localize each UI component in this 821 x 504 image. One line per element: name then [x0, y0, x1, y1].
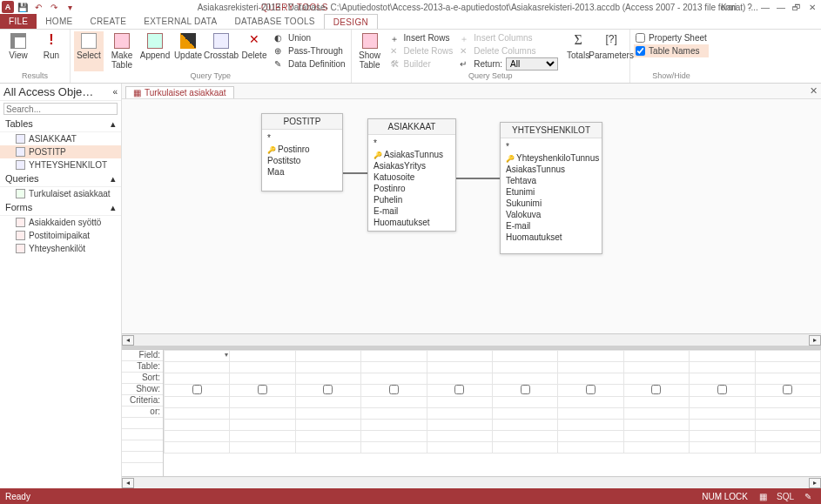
field-list-title[interactable]: YHTEYSHENKILOT: [501, 123, 602, 138]
nav-group-queries[interactable]: Queries▴: [0, 171, 121, 187]
builder-button[interactable]: 🛠Builder: [388, 57, 455, 71]
field-item[interactable]: YhteyshenkiloTunnus: [506, 152, 596, 164]
show-checkbox[interactable]: [192, 385, 202, 394]
field-item[interactable]: E-mail: [373, 205, 450, 217]
restore-icon[interactable]: 🗗: [790, 1, 804, 13]
field-item[interactable]: AsiakasYritys: [373, 160, 450, 171]
field-item[interactable]: Maa: [267, 166, 337, 178]
nav-group-tables[interactable]: Tables▴: [0, 117, 121, 132]
main-area: All Access Obje… « Tables▴ ASIAKKAAT POS…: [0, 84, 821, 488]
tab-design[interactable]: DESIGN: [324, 14, 378, 29]
document-tab[interactable]: ▦Turkulaiset asiakkaat: [125, 86, 234, 98]
field-item[interactable]: E-mail: [506, 220, 596, 232]
document-close-icon[interactable]: ✕: [810, 85, 818, 97]
help-icon[interactable]: ?: [743, 1, 757, 13]
navigation-pane: All Access Obje… « Tables▴ ASIAKKAAT POS…: [0, 84, 122, 488]
tab-create[interactable]: CREATE: [82, 14, 136, 29]
tab-file[interactable]: FILE: [0, 14, 37, 29]
datadef-button[interactable]: ✎Data Definition: [273, 57, 347, 71]
qbe-grid[interactable]: Field: Table: Sort: Show: Criteria: or:: [122, 349, 821, 476]
field-item[interactable]: Sukunimi: [506, 198, 596, 209]
tab-database-tools[interactable]: DATABASE TOOLS: [225, 14, 323, 29]
insert-columns-button[interactable]: ＋Insert Columns: [458, 31, 560, 44]
nav-form-yhteyshenkilot[interactable]: Yhteyshenkilöt: [0, 242, 121, 255]
field-item[interactable]: Postitsto: [267, 155, 337, 166]
select-button[interactable]: Select: [74, 31, 104, 71]
field-list-yhteyshenkilot[interactable]: YHTEYSHENKILOT*YhteyshenkiloTunnusAsiaka…: [500, 122, 602, 254]
design-hscroll[interactable]: ◂▸: [122, 333, 821, 346]
field-item[interactable]: Etunimi: [506, 186, 596, 198]
show-table-icon: [362, 33, 378, 49]
delete-columns-button[interactable]: ✕Delete Columns: [458, 44, 560, 57]
update-button[interactable]: Update: [173, 31, 203, 71]
nav-table-yhteyshenkilot[interactable]: YHTEYSHENKILOT: [0, 158, 121, 171]
field-list-postitp[interactable]: POSTITP*PostinroPostitstoMaa: [261, 113, 343, 192]
nav-table-postitp[interactable]: POSTITP: [0, 145, 121, 158]
field-item[interactable]: *: [373, 138, 450, 149]
return-select[interactable]: All: [506, 57, 558, 71]
field-item[interactable]: *: [267, 132, 337, 144]
field-item[interactable]: Postinro: [267, 144, 337, 155]
field-item[interactable]: AsiakasTunnus: [373, 149, 450, 160]
delete-button[interactable]: ✕Delete: [239, 31, 269, 71]
field-item[interactable]: AsiakasTunnus: [506, 164, 596, 175]
scroll-right-icon[interactable]: ▸: [809, 335, 821, 346]
field-item[interactable]: Postinro: [373, 183, 450, 194]
user-name[interactable]: Kari: [722, 1, 736, 13]
table-names-toggle[interactable]: Table Names: [634, 44, 709, 57]
run-button[interactable]: !Run: [37, 31, 66, 71]
nav-query-turkulaiset[interactable]: Turkulaiset asiakkaat: [0, 187, 121, 200]
field-list-title[interactable]: ASIAKKAAT: [368, 119, 455, 135]
nav-search-input[interactable]: [3, 103, 118, 115]
field-list-asiakkaat[interactable]: ASIAKKAAT*AsiakasTunnusAsiakasYritysKatu…: [367, 118, 456, 232]
scroll-left-icon[interactable]: ◂: [122, 335, 134, 346]
append-button[interactable]: Append: [140, 31, 170, 71]
nav-title[interactable]: All Access Obje…: [3, 85, 93, 98]
scroll-left-icon[interactable]: ◂: [122, 478, 134, 488]
nav-form-asiakkaiden[interactable]: Asiakkaiden syöttö: [0, 216, 121, 229]
view-button[interactable]: View: [3, 31, 33, 71]
nav-table-asiakkaat[interactable]: ASIAKKAAT: [0, 132, 121, 145]
ribbon-collapse-icon[interactable]: —: [758, 1, 772, 13]
property-sheet-toggle[interactable]: Property Sheet: [634, 31, 709, 44]
show-table-button[interactable]: Show Table: [355, 31, 385, 71]
field-item[interactable]: Puhelin: [373, 194, 450, 205]
qat-redo-icon[interactable]: ↷: [47, 0, 61, 14]
insert-rows-button[interactable]: ＋Insert Rows: [388, 31, 455, 44]
nav-collapse-icon[interactable]: «: [112, 87, 118, 97]
qat-save-icon[interactable]: 💾: [16, 0, 30, 14]
grid-field-cell[interactable]: [165, 351, 230, 362]
view-datasheet-icon[interactable]: ▦: [755, 490, 771, 502]
tab-external-data[interactable]: EXTERNAL DATA: [135, 14, 225, 29]
nav-group-forms[interactable]: Forms▴: [0, 200, 121, 216]
field-item[interactable]: Huomautukset: [506, 232, 596, 243]
make-table-button[interactable]: Make Table: [107, 31, 137, 71]
tab-home[interactable]: HOME: [37, 14, 81, 29]
field-item[interactable]: Tehtava: [506, 175, 596, 186]
view-sql-icon[interactable]: SQL: [777, 490, 793, 502]
field-item[interactable]: Katuosoite: [373, 171, 450, 183]
query-design-surface[interactable]: + POSTITP*PostinroPostitstoMaaASIAKKAAT*…: [122, 99, 821, 333]
minimize-icon[interactable]: —: [774, 1, 788, 13]
qat-undo-icon[interactable]: ↶: [31, 0, 45, 14]
delete-rows-button[interactable]: ✕Delete Rows: [388, 44, 455, 57]
scroll-right-icon[interactable]: ▸: [809, 478, 821, 488]
table-names-checkbox[interactable]: [636, 46, 645, 56]
table-icon: [16, 147, 25, 157]
grid-row-show: [165, 385, 821, 397]
crosstab-button[interactable]: Crosstab: [206, 31, 236, 71]
close-icon[interactable]: ✕: [805, 1, 819, 13]
qat-customize-icon[interactable]: ▾: [63, 0, 77, 14]
passthrough-button[interactable]: ⊕Pass-Through: [273, 44, 347, 57]
grid-table[interactable]: [164, 350, 821, 454]
property-sheet-checkbox[interactable]: [636, 33, 645, 43]
view-design-icon[interactable]: ✎: [800, 490, 816, 502]
union-button[interactable]: ◐Union: [273, 31, 347, 44]
grid-hscroll[interactable]: ◂▸: [122, 476, 821, 488]
parameters-button[interactable]: [?]Parameters: [596, 31, 626, 71]
field-list-title[interactable]: POSTITP: [262, 114, 342, 130]
nav-form-postitoimipaikat[interactable]: Postitoimipaikat: [0, 229, 121, 242]
field-item[interactable]: Huomautukset: [373, 217, 450, 228]
field-item[interactable]: Valokuva: [506, 209, 596, 220]
field-item[interactable]: *: [506, 141, 596, 152]
